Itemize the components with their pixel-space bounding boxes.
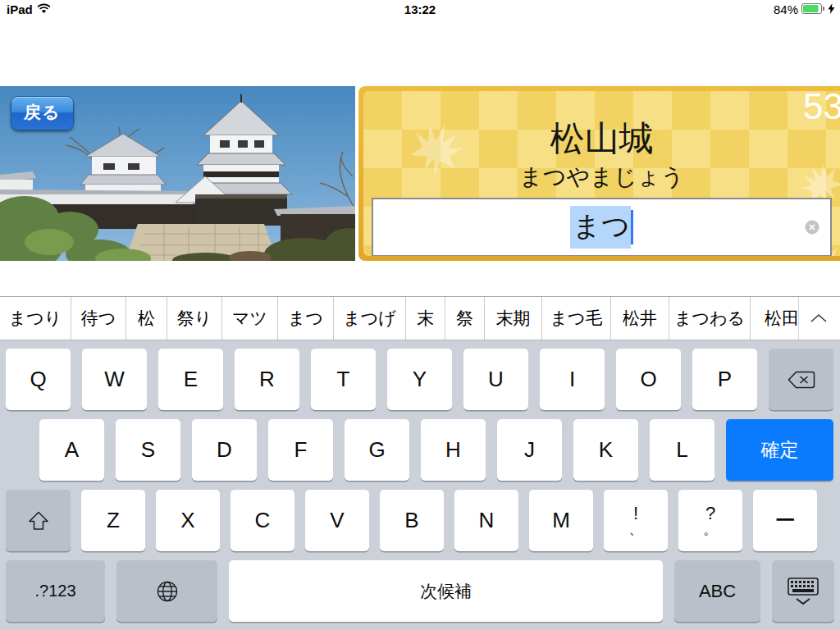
- candidate-item[interactable]: マツ: [222, 297, 278, 340]
- status-bar: iPad 13:22 84%: [0, 0, 840, 20]
- key-m[interactable]: M: [529, 490, 593, 551]
- key-k[interactable]: K: [573, 419, 638, 481]
- charging-bolt-icon: [828, 2, 835, 16]
- question-period-key[interactable]: ? 。: [678, 490, 742, 551]
- exclamation-comma-key[interactable]: ! 、: [604, 490, 668, 551]
- key-x[interactable]: X: [156, 490, 220, 551]
- text-caret: [631, 210, 633, 244]
- question-reading: まつやまじょう: [363, 162, 840, 193]
- candidate-collapse-button[interactable]: [798, 297, 838, 340]
- key-h[interactable]: H: [421, 419, 486, 481]
- key-j[interactable]: J: [497, 419, 562, 481]
- castle-photo: 戻る: [0, 86, 355, 261]
- screen: iPad 13:22 84%: [0, 0, 840, 630]
- backspace-key[interactable]: [769, 349, 833, 410]
- shift-icon: [28, 511, 49, 531]
- key-a[interactable]: A: [39, 419, 104, 481]
- candidate-item[interactable]: 祭り: [167, 297, 222, 340]
- key-p[interactable]: P: [692, 349, 757, 410]
- key-f[interactable]: F: [268, 419, 333, 481]
- globe-key[interactable]: [116, 560, 217, 622]
- key-label: ?: [705, 504, 715, 523]
- ime-candidate-bar: まつり 待つ 松 祭り マツ まつ まつげ 末 祭 末期 まつ毛 松井 まつわる…: [0, 296, 840, 340]
- candidate-item[interactable]: 祭: [445, 297, 485, 340]
- onscreen-keyboard: Q W E R T Y U I O P A S D F G H J: [0, 340, 840, 630]
- key-s[interactable]: S: [116, 419, 180, 481]
- globe-icon: [157, 581, 178, 602]
- key-d[interactable]: D: [192, 419, 257, 481]
- quiz-panel-background: 53 松山城 まつやまじょう まつ: [363, 91, 840, 256]
- candidate-item[interactable]: 末期: [485, 297, 542, 340]
- candidate-item[interactable]: まつり: [0, 297, 71, 340]
- abc-key[interactable]: ABC: [674, 560, 760, 622]
- candidate-item[interactable]: 松井: [611, 297, 669, 340]
- next-candidate-space-key[interactable]: 次候補: [229, 560, 663, 622]
- back-button[interactable]: 戻る: [11, 96, 74, 130]
- candidate-item[interactable]: まつ: [278, 297, 334, 340]
- candidate-item[interactable]: 待つ: [71, 297, 126, 340]
- key-r[interactable]: R: [235, 349, 299, 410]
- key-i[interactable]: I: [540, 349, 605, 410]
- ime-composition-text: まつ: [570, 206, 631, 249]
- backspace-icon: [788, 371, 815, 389]
- clear-text-icon[interactable]: [805, 220, 819, 235]
- shift-key[interactable]: [6, 490, 71, 551]
- numbers-key[interactable]: .?123: [6, 560, 105, 622]
- long-vowel-key[interactable]: ー: [753, 490, 817, 551]
- battery-icon: [801, 2, 824, 16]
- battery-percent: 84%: [774, 2, 798, 16]
- key-n[interactable]: N: [454, 490, 518, 551]
- key-q[interactable]: Q: [6, 349, 71, 410]
- chevron-up-icon: [810, 313, 828, 323]
- candidate-item[interactable]: 松田: [751, 297, 798, 340]
- key-z[interactable]: Z: [81, 490, 145, 551]
- dismiss-keyboard-key[interactable]: [772, 560, 834, 622]
- keyboard-dismiss-icon: [788, 578, 819, 605]
- key-w[interactable]: W: [82, 349, 147, 410]
- key-l[interactable]: L: [650, 419, 714, 481]
- key-b[interactable]: B: [380, 490, 444, 551]
- quiz-panel: 53 松山城 まつやまじょう まつ: [358, 86, 840, 261]
- question-kanji: 松山城: [363, 116, 840, 162]
- key-g[interactable]: G: [345, 419, 409, 481]
- status-time: 13:22: [0, 2, 840, 16]
- candidate-item[interactable]: 末: [406, 297, 445, 340]
- key-e[interactable]: E: [158, 349, 223, 410]
- candidate-item[interactable]: まつ毛: [542, 297, 611, 340]
- key-t[interactable]: T: [311, 349, 376, 410]
- answer-input[interactable]: まつ: [372, 198, 832, 256]
- key-o[interactable]: O: [616, 349, 681, 410]
- key-label: !: [633, 504, 638, 523]
- key-c[interactable]: C: [231, 490, 294, 551]
- candidate-item[interactable]: まつわる: [669, 297, 751, 340]
- key-v[interactable]: V: [305, 490, 369, 551]
- key-label: 。: [704, 523, 718, 536]
- candidate-item[interactable]: まつげ: [334, 297, 406, 340]
- confirm-key[interactable]: 確定: [726, 419, 833, 481]
- key-label: 、: [629, 523, 643, 536]
- key-u[interactable]: U: [463, 349, 528, 410]
- key-y[interactable]: Y: [387, 349, 452, 410]
- candidate-item[interactable]: 松: [126, 297, 167, 340]
